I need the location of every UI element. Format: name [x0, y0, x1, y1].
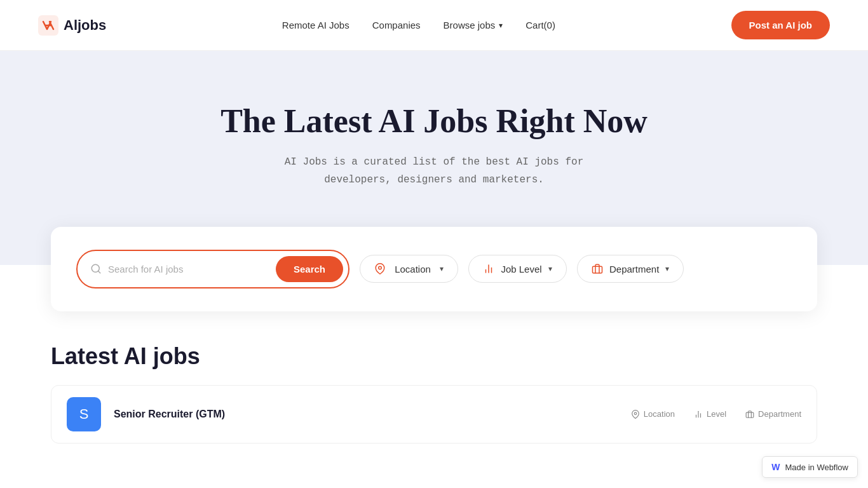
location-chevron-icon: ▾: [440, 264, 444, 273]
table-row[interactable]: S Senior Recruiter (GTM) Location Level: [51, 385, 817, 444]
job-location-text: Location: [644, 409, 675, 419]
webflow-logo: W: [771, 462, 780, 472]
company-initial: S: [79, 406, 89, 423]
navbar: Aljobs Remote AI Jobs Companies Browse j…: [0, 0, 868, 51]
nav-browse-jobs[interactable]: Browse jobs ▾: [444, 20, 503, 30]
webflow-badge[interactable]: W Made in Webflow: [762, 456, 858, 478]
post-ai-job-button[interactable]: Post an AI job: [731, 11, 830, 39]
dept-small-icon: [745, 410, 754, 419]
department-chevron-icon: ▾: [665, 264, 669, 273]
svg-rect-12: [746, 412, 754, 417]
job-department: Department: [745, 409, 801, 419]
job-level-text: Level: [707, 409, 726, 419]
job-level-filter-label: Job Level: [501, 264, 541, 274]
svg-point-8: [634, 412, 637, 415]
svg-rect-7: [593, 267, 602, 274]
search-button[interactable]: Search: [276, 256, 343, 282]
svg-line-2: [98, 271, 100, 273]
webflow-badge-text: Made in Webflow: [785, 463, 848, 472]
department-filter[interactable]: Department ▾: [577, 255, 684, 283]
nav-links: Remote AI Jobs Companies Browse jobs ▾ C…: [282, 20, 555, 30]
location-filter-label: Location: [395, 264, 431, 274]
nav-browse-label: Browse jobs: [444, 20, 496, 30]
hero-title: The Latest AI Jobs Right Now: [38, 102, 830, 141]
search-input-wrapper[interactable]: Search: [76, 250, 349, 288]
job-title: Senior Recruiter (GTM): [114, 409, 618, 420]
nav-cart[interactable]: Cart(0): [526, 20, 555, 30]
job-level-icon: [483, 263, 494, 274]
search-input[interactable]: [108, 264, 276, 274]
company-logo: S: [67, 397, 101, 431]
job-location: Location: [631, 409, 675, 419]
search-icon: [90, 263, 102, 274]
search-section: Search Location ▾ Job Level ▾: [51, 227, 817, 311]
svg-point-3: [379, 267, 382, 270]
job-level-chevron-icon: ▾: [548, 264, 552, 273]
latest-jobs-section: Latest AI jobs S Senior Recruiter (GTM) …: [0, 311, 868, 463]
department-icon: [592, 263, 603, 274]
nav-remote-ai-jobs[interactable]: Remote AI Jobs: [282, 20, 349, 30]
department-filter-label: Department: [609, 264, 659, 274]
location-filter[interactable]: Location ▾: [360, 255, 458, 283]
chevron-down-icon: ▾: [499, 21, 503, 30]
job-level: Level: [694, 409, 726, 419]
job-department-text: Department: [758, 409, 801, 419]
hero-subtitle: AI Jobs is a curated list of the best AI…: [275, 154, 593, 188]
level-small-icon: [694, 410, 703, 419]
logo-icon: [38, 15, 58, 36]
search-row: Search Location ▾ Job Level ▾: [76, 250, 792, 288]
latest-jobs-title: Latest AI jobs: [51, 343, 817, 370]
logo-text: Aljobs: [64, 17, 106, 34]
location-small-icon: [631, 410, 640, 419]
location-icon: [374, 263, 386, 274]
logo[interactable]: Aljobs: [38, 15, 106, 36]
nav-companies[interactable]: Companies: [372, 20, 421, 30]
job-meta: Location Level Department: [631, 409, 801, 419]
job-level-filter[interactable]: Job Level ▾: [468, 255, 567, 283]
